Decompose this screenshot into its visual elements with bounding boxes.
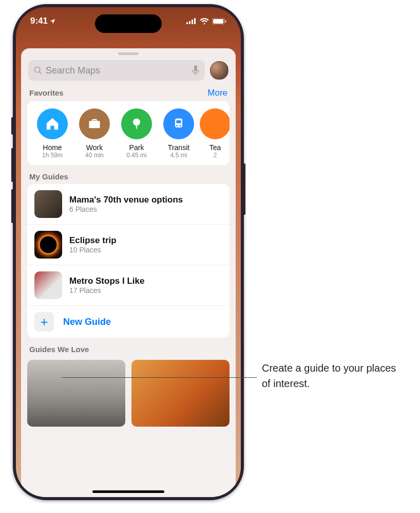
guide-thumbnail (34, 231, 62, 259)
svg-rect-5 (213, 19, 223, 24)
favorite-label: Home (31, 143, 73, 152)
guide-subtitle: 6 Places (69, 205, 183, 213)
grabber-handle[interactable] (118, 52, 139, 55)
profile-avatar[interactable] (210, 61, 228, 80)
my-guides-card: Mama's 70th venue options 6 Places Eclip… (27, 184, 230, 338)
search-icon (33, 66, 43, 75)
svg-rect-6 (225, 20, 226, 23)
home-icon (37, 108, 68, 139)
new-guide-label: New Guide (63, 317, 111, 327)
svg-point-7 (34, 67, 40, 72)
svg-rect-0 (186, 22, 188, 24)
microphone-icon[interactable] (192, 65, 200, 76)
new-guide-button[interactable]: + New Guide (27, 306, 230, 338)
phone-frame: 9:41 (13, 4, 244, 500)
transit-icon (163, 108, 194, 139)
favorite-sub: 2 (200, 152, 230, 159)
guide-row[interactable]: Mama's 70th venue options 6 Places (27, 184, 230, 225)
favorite-label: Tea (200, 143, 230, 152)
svg-rect-3 (194, 18, 196, 24)
search-input[interactable]: Search Maps (28, 60, 205, 81)
favorite-transit[interactable]: Transit 4.5 mi (158, 108, 200, 159)
cup-icon (200, 108, 230, 139)
favorites-card: Home 1h 59m Work 40 min (27, 101, 230, 165)
favorite-sub: 4.5 mi (158, 152, 200, 159)
plus-icon: + (34, 312, 54, 332)
guide-subtitle: 17 Places (69, 286, 144, 295)
svg-rect-16 (176, 120, 181, 123)
favorite-park[interactable]: Park 0.45 mi (116, 108, 158, 159)
battery-icon (212, 18, 226, 25)
favorite-sub: 40 min (73, 152, 116, 159)
guide-title: Metro Stops I Like (69, 276, 144, 286)
svg-line-8 (39, 71, 42, 74)
svg-rect-9 (194, 65, 197, 71)
guide-title: Eclipse trip (69, 235, 117, 246)
search-placeholder: Search Maps (46, 65, 192, 76)
callout-leader-line (62, 377, 257, 378)
svg-rect-1 (189, 21, 190, 24)
guides-we-love-title: Guides We Love (29, 345, 89, 354)
callout-text: Create a guide to your places of interes… (262, 360, 406, 391)
guide-title: Mama's 70th venue options (69, 195, 183, 205)
wifi-icon (200, 18, 209, 25)
location-services-icon (49, 18, 56, 25)
search-card: Search Maps Favorites M (21, 48, 236, 497)
favorite-more[interactable]: Tea 2 (200, 108, 230, 159)
silence-switch[interactable] (11, 117, 13, 135)
cellular-signal-icon (186, 18, 197, 24)
favorite-work[interactable]: Work 40 min (73, 108, 116, 159)
screen: 9:41 (16, 7, 241, 497)
guide-thumbnail (34, 190, 62, 218)
guide-card[interactable] (27, 360, 125, 427)
favorite-label: Work (73, 143, 116, 152)
svg-rect-12 (136, 124, 137, 129)
status-time: 9:41 (30, 16, 48, 26)
favorite-label: Park (116, 143, 158, 152)
my-guides-title: My Guides (29, 172, 68, 181)
favorites-title: Favorites (29, 88, 64, 97)
favorites-more-link[interactable]: More (207, 88, 227, 98)
volume-up-button[interactable] (11, 148, 13, 182)
favorite-home[interactable]: Home 1h 59m (31, 108, 73, 159)
dynamic-island (95, 14, 162, 33)
briefcase-icon (79, 108, 110, 139)
home-indicator[interactable] (92, 490, 164, 493)
svg-point-14 (176, 125, 178, 126)
volume-down-button[interactable] (11, 189, 13, 223)
guide-row[interactable]: Metro Stops I Like 17 Places (27, 265, 230, 306)
guide-thumbnail (34, 271, 62, 299)
guide-card[interactable] (131, 360, 230, 427)
power-button[interactable] (243, 163, 245, 215)
favorite-sub: 0.45 mi (116, 152, 158, 159)
favorite-sub: 1h 59m (31, 152, 73, 159)
svg-rect-2 (192, 20, 193, 24)
guide-subtitle: 10 Places (69, 246, 117, 254)
tree-icon (121, 108, 152, 139)
svg-point-15 (180, 125, 181, 126)
favorite-label: Transit (158, 143, 200, 152)
guide-row[interactable]: Eclipse trip 10 Places (27, 225, 230, 265)
